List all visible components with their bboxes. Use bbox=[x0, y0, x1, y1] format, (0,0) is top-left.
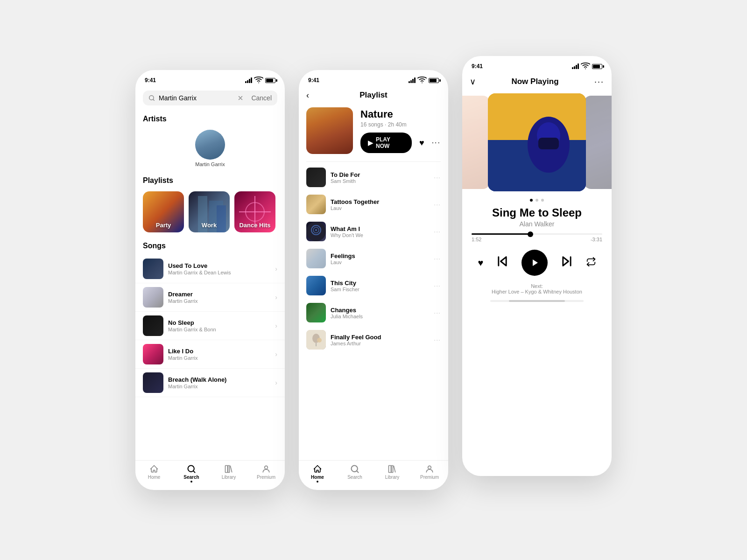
scroll-indicator bbox=[490, 300, 584, 302]
playlists-row: Party Work Dance Hits bbox=[135, 189, 285, 238]
nav-premium-2[interactable]: Premium bbox=[411, 464, 448, 483]
track-title-tc: This City bbox=[331, 280, 429, 287]
track-artist-tc: Sam Fischer bbox=[331, 287, 429, 292]
play-now-label: PLAY NOW bbox=[376, 136, 404, 149]
track-artist-tat: Lauv bbox=[331, 205, 429, 211]
search-bar[interactable]: Martin Garrix Cancel bbox=[143, 91, 277, 105]
now-playing-song-artist: Alan Walker bbox=[462, 219, 612, 231]
track-more-wai[interactable]: ··· bbox=[434, 228, 441, 235]
now-playing-header: ∨ Now Playing ··· bbox=[462, 73, 612, 89]
back-button[interactable]: ‹ bbox=[306, 91, 309, 100]
nav-home-1[interactable]: Home bbox=[135, 464, 173, 483]
nav-home-2[interactable]: Home bbox=[299, 464, 336, 483]
playlist-card-dance[interactable]: Dance Hits bbox=[234, 191, 275, 232]
track-title-chg: Changes bbox=[331, 307, 429, 314]
nav-label-premium-2: Premium bbox=[420, 475, 439, 480]
chevron-right-icon: › bbox=[275, 322, 277, 329]
heart-button[interactable]: ♥ bbox=[419, 138, 424, 148]
album-carousel[interactable] bbox=[462, 89, 612, 196]
track-item-tdf[interactable]: To Die For Sam Smith ··· bbox=[299, 164, 448, 191]
track-item-tat[interactable]: Tattoos Together Lauv ··· bbox=[299, 191, 448, 218]
dot-2 bbox=[536, 199, 538, 202]
songs-list: Used To Love Martin Garrix & Dean Lewis … bbox=[135, 255, 285, 460]
premium-icon-2 bbox=[425, 464, 434, 474]
svg-rect-21 bbox=[391, 466, 393, 473]
nav-library-1[interactable]: Library bbox=[210, 464, 247, 483]
cancel-button[interactable]: Cancel bbox=[251, 94, 272, 102]
phone-playlist-screen: 9:41 ‹ Playlist Nature 16 songs · 2h 40m… bbox=[299, 70, 448, 490]
track-title-tdf: To Die For bbox=[331, 171, 429, 178]
track-item-feel[interactable]: Feelings Lauv ··· bbox=[299, 245, 448, 272]
artist-avatar bbox=[195, 130, 225, 160]
playlist-name: Nature bbox=[360, 108, 441, 120]
nav-indicator-home-2 bbox=[317, 481, 318, 483]
repeat-button[interactable] bbox=[586, 257, 596, 269]
song-artist-dreamer: Martin Garrix bbox=[168, 298, 270, 304]
now-playing-song-title: Sing Me to Sleep bbox=[462, 204, 612, 219]
song-item-dreamer[interactable]: Dreamer Martin Garrix › bbox=[135, 283, 285, 312]
svg-point-10 bbox=[265, 466, 268, 469]
more-options-button[interactable]: ··· bbox=[432, 139, 441, 147]
svg-rect-8 bbox=[226, 466, 228, 473]
play-pause-button[interactable] bbox=[521, 250, 548, 276]
track-thumb-wai bbox=[306, 222, 326, 241]
nav-label-home-2: Home bbox=[311, 475, 324, 480]
scroll-indicator-fill bbox=[509, 300, 565, 302]
dot-3 bbox=[541, 199, 544, 202]
album-next-img bbox=[584, 96, 612, 189]
nav-search-2[interactable]: Search bbox=[336, 464, 374, 483]
search-nav-icon-2 bbox=[350, 464, 359, 474]
track-item-tc[interactable]: This City Sam Fischer ··· bbox=[299, 272, 448, 299]
playlist-card-work[interactable]: Work bbox=[189, 191, 230, 232]
status-bar-1: 9:41 bbox=[135, 70, 285, 87]
chevron-right-icon: › bbox=[275, 294, 277, 301]
track-item-wai[interactable]: What Am I Why Don't We ··· bbox=[299, 218, 448, 245]
nav-library-2[interactable]: Library bbox=[374, 464, 411, 483]
song-item-nosleep[interactable]: No Sleep Martin Garrix & Bonn › bbox=[135, 312, 285, 340]
track-item-chg[interactable]: Changes Julia Michaels ··· bbox=[299, 299, 448, 326]
svg-rect-9 bbox=[228, 466, 229, 473]
song-artist-likei: Martin Garrix bbox=[168, 355, 270, 361]
song-thumb-likei bbox=[143, 344, 163, 364]
track-item-ffg[interactable]: Finally Feel Good James Arthur ··· bbox=[299, 326, 448, 353]
progress-section[interactable]: 1:52 -3:31 bbox=[462, 231, 612, 244]
search-nav-icon bbox=[187, 464, 196, 474]
carousel-dots bbox=[462, 196, 612, 204]
next-button[interactable] bbox=[560, 255, 573, 271]
chevron-right-icon: › bbox=[275, 350, 277, 358]
artist-item[interactable]: Martin Garrix bbox=[135, 128, 285, 173]
nav-label-library-2: Library bbox=[385, 475, 400, 480]
play-now-button[interactable]: ▶ PLAY NOW bbox=[360, 133, 412, 153]
track-more-tat[interactable]: ··· bbox=[434, 201, 441, 208]
track-more-tc[interactable]: ··· bbox=[434, 282, 441, 289]
more-options-button-3[interactable]: ··· bbox=[594, 77, 604, 87]
svg-point-17 bbox=[317, 338, 322, 343]
track-more-ffg[interactable]: ··· bbox=[434, 336, 441, 343]
album-main-img bbox=[488, 93, 586, 191]
favorite-button[interactable]: ♥ bbox=[478, 258, 483, 268]
divider bbox=[306, 161, 441, 162]
progress-remaining: -3:31 bbox=[591, 237, 602, 242]
nav-premium-1[interactable]: Premium bbox=[247, 464, 285, 483]
song-item-likei[interactable]: Like I Do Martin Garrix › bbox=[135, 340, 285, 369]
song-item-utl[interactable]: Used To Love Martin Garrix & Dean Lewis … bbox=[135, 255, 285, 283]
track-artist-feel: Lauv bbox=[331, 259, 429, 265]
artists-section-title: Artists bbox=[135, 111, 285, 128]
status-time-2: 9:41 bbox=[308, 77, 319, 84]
track-list: To Die For Sam Smith ··· Tattoos Togethe… bbox=[299, 164, 448, 460]
chevron-down-button[interactable]: ∨ bbox=[470, 77, 476, 87]
svg-point-14 bbox=[315, 229, 317, 231]
previous-button[interactable] bbox=[496, 255, 509, 271]
playlist-cover-img bbox=[306, 107, 353, 154]
song-item-breach[interactable]: Breach (Walk Alone) Martin Garrix › bbox=[135, 369, 285, 397]
song-thumb-dreamer bbox=[143, 287, 163, 308]
playlist-card-party[interactable]: Party bbox=[143, 191, 184, 232]
nav-label-premium-1: Premium bbox=[257, 475, 275, 480]
progress-bar[interactable] bbox=[472, 233, 602, 235]
track-more-feel[interactable]: ··· bbox=[434, 255, 441, 262]
nav-search-1[interactable]: Search bbox=[173, 464, 210, 483]
clear-icon[interactable] bbox=[237, 95, 244, 101]
track-thumb-tc bbox=[306, 276, 326, 295]
track-more-chg[interactable]: ··· bbox=[434, 309, 441, 316]
track-more-tdf[interactable]: ··· bbox=[434, 174, 441, 181]
